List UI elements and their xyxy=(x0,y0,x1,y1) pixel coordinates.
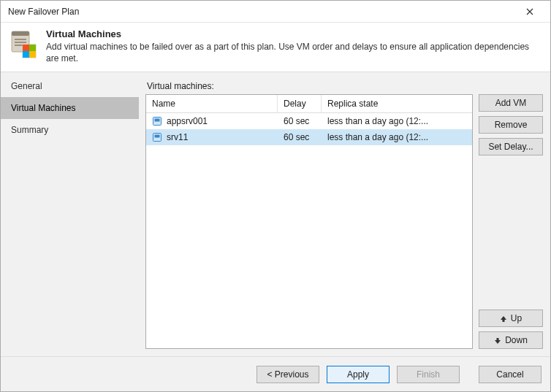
cell-replica-state: less than a day ago (12:... xyxy=(322,132,472,142)
table-row[interactable]: appsrv001 60 sec less than a day ago (12… xyxy=(146,113,472,129)
table-row[interactable]: srv11 60 sec less than a day ago (12:... xyxy=(146,129,472,145)
spacer xyxy=(145,349,543,356)
svg-rect-9 xyxy=(29,51,36,58)
svg-rect-7 xyxy=(29,45,36,51)
cell-delay: 60 sec xyxy=(278,132,322,142)
page-title: Virtual Machines xyxy=(46,28,542,39)
cell-replica-state: less than a day ago (12:... xyxy=(322,116,472,126)
main-row: Name Delay Replica state appsrv001 xyxy=(145,94,543,349)
move-up-button[interactable]: Up xyxy=(479,310,543,327)
apply-button-label: Apply xyxy=(347,369,369,380)
main-panel: Virtual machines: Name Delay Replica sta… xyxy=(140,72,550,356)
svg-rect-3 xyxy=(15,42,26,43)
spacer xyxy=(479,160,543,305)
move-down-button[interactable]: Down xyxy=(479,331,543,349)
remove-button[interactable]: Remove xyxy=(479,116,543,134)
set-delay-button-label: Set Delay... xyxy=(488,142,533,152)
side-button-column: Add VM Remove Set Delay... Up xyxy=(479,94,543,349)
vm-table-body: appsrv001 60 sec less than a day ago (12… xyxy=(146,113,472,348)
cell-name-text: appsrv001 xyxy=(167,116,208,126)
column-header-replica-state[interactable]: Replica state xyxy=(322,95,472,112)
vm-icon xyxy=(152,116,162,126)
wizard-header: Virtual Machines Add virtual machines to… xyxy=(1,23,550,72)
previous-button[interactable]: < Previous xyxy=(256,366,319,383)
svg-rect-13 xyxy=(155,135,160,138)
sidebar-item-label: Summary xyxy=(11,125,48,135)
sidebar-item-virtual-machines[interactable]: Virtual Machines xyxy=(1,97,139,119)
svg-rect-1 xyxy=(12,31,29,36)
apply-button[interactable]: Apply xyxy=(327,366,390,383)
cancel-button[interactable]: Cancel xyxy=(479,366,542,383)
svg-rect-6 xyxy=(23,45,29,51)
wizard-steps-sidebar: General Virtual Machines Summary xyxy=(1,72,140,356)
cell-name-text: srv11 xyxy=(167,132,188,142)
set-delay-button[interactable]: Set Delay... xyxy=(479,138,543,155)
arrow-up-icon xyxy=(500,315,507,322)
window-title: New Failover Plan xyxy=(8,7,515,17)
vm-icon xyxy=(152,132,162,142)
titlebar: New Failover Plan xyxy=(1,1,550,23)
column-header-delay[interactable]: Delay xyxy=(278,95,322,112)
wizard-window: New Failover Plan Virtual Machines xyxy=(0,0,551,392)
sidebar-item-summary[interactable]: Summary xyxy=(1,119,139,141)
vm-table-header: Name Delay Replica state xyxy=(146,95,472,113)
remove-button-label: Remove xyxy=(495,120,528,130)
arrow-down-icon xyxy=(494,337,501,344)
add-vm-button-label: Add VM xyxy=(495,98,527,108)
wizard-header-text: Virtual Machines Add virtual machines to… xyxy=(46,28,542,64)
previous-button-label: < Previous xyxy=(267,369,308,380)
cell-name: appsrv001 xyxy=(146,116,278,126)
sidebar-item-label: Virtual Machines xyxy=(11,103,76,113)
svg-rect-2 xyxy=(15,39,26,40)
wizard-footer: < Previous Apply Finish Cancel xyxy=(1,356,550,391)
finish-button-label: Finish xyxy=(417,369,440,380)
column-header-name[interactable]: Name xyxy=(146,95,278,112)
vm-table: Name Delay Replica state appsrv001 xyxy=(145,94,473,349)
sidebar-item-general[interactable]: General xyxy=(1,75,139,97)
vm-list-label: Virtual machines: xyxy=(147,81,543,91)
sidebar-item-label: General xyxy=(11,81,42,91)
svg-rect-4 xyxy=(15,45,23,46)
page-description: Add virtual machines to be failed over a… xyxy=(46,41,542,64)
cell-name: srv11 xyxy=(146,132,278,142)
close-button[interactable] xyxy=(515,1,544,22)
svg-rect-11 xyxy=(155,119,160,122)
finish-button: Finish xyxy=(397,366,460,383)
wizard-body: General Virtual Machines Summary Virtual… xyxy=(1,72,550,356)
move-down-button-label: Down xyxy=(505,335,528,345)
svg-rect-8 xyxy=(23,51,29,58)
move-up-button-label: Up xyxy=(511,313,522,323)
cancel-button-label: Cancel xyxy=(496,369,523,380)
vm-wizard-icon xyxy=(10,30,39,59)
cell-delay: 60 sec xyxy=(278,116,322,126)
close-icon xyxy=(526,6,533,18)
add-vm-button[interactable]: Add VM xyxy=(479,94,543,112)
